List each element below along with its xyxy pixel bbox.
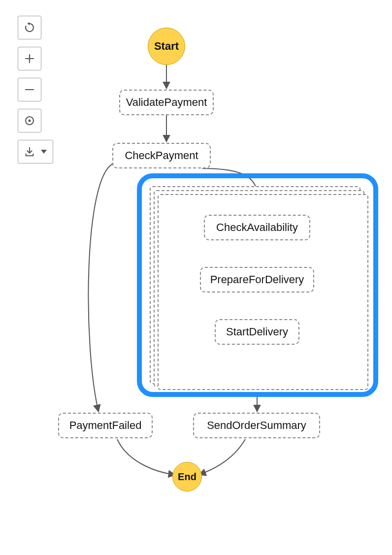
state-label: CheckAvailability bbox=[216, 221, 298, 234]
workflow-diagram[interactable]: Start ValidatePayment CheckPayment Check… bbox=[0, 0, 392, 555]
start-label: Start bbox=[154, 40, 179, 53]
end-node[interactable]: End bbox=[172, 462, 202, 491]
start-node[interactable]: Start bbox=[148, 28, 185, 65]
state-prepare-for-delivery[interactable]: PrepareForDelivery bbox=[200, 267, 314, 293]
state-start-delivery[interactable]: StartDelivery bbox=[215, 319, 299, 345]
end-label: End bbox=[178, 471, 196, 483]
state-send-order-summary[interactable]: SendOrderSummary bbox=[193, 413, 320, 438]
state-validate-payment[interactable]: ValidatePayment bbox=[119, 90, 214, 115]
state-payment-failed[interactable]: PaymentFailed bbox=[58, 413, 153, 438]
state-label: CheckPayment bbox=[125, 149, 198, 162]
state-check-payment[interactable]: CheckPayment bbox=[112, 143, 211, 168]
state-label: PrepareForDelivery bbox=[210, 273, 304, 286]
state-label: StartDelivery bbox=[226, 326, 288, 338]
state-check-availability[interactable]: CheckAvailability bbox=[204, 215, 310, 240]
state-label: ValidatePayment bbox=[126, 96, 207, 109]
state-label: SendOrderSummary bbox=[207, 419, 306, 432]
state-label: PaymentFailed bbox=[69, 419, 142, 432]
